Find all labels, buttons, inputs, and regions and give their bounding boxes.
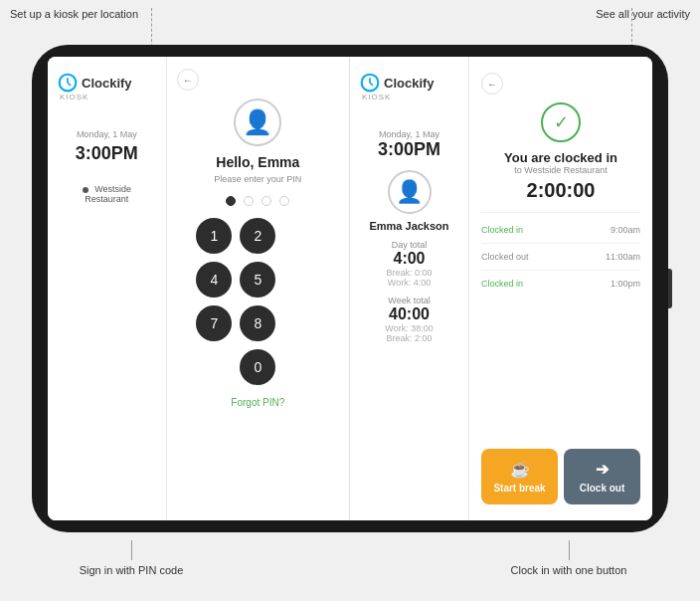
right-back-button[interactable]: ← — [481, 73, 503, 95]
profile-name: Emma Jackson — [369, 220, 448, 232]
clockin-screen: ← ✓ You are clocked in to Westside Resta… — [469, 57, 652, 520]
left-logo-text: Clockify — [82, 76, 132, 91]
annotation-top-right: See all your activity — [596, 8, 690, 20]
numpad-empty-end — [283, 349, 319, 385]
numpad-empty-top — [283, 218, 319, 254]
pin-dots — [226, 196, 289, 206]
pin-dot-1 — [226, 196, 236, 206]
time-entry-2-value: 11:00am — [606, 252, 640, 262]
numpad-8[interactable]: 8 — [240, 305, 275, 341]
break-detail: Break: 0:00 — [386, 268, 432, 278]
time-entry-3-label: Clocked in — [481, 279, 523, 289]
numpad-0[interactable]: 0 — [240, 349, 275, 385]
action-buttons: ☕ Start break ➔ Clock out — [481, 449, 640, 504]
pin-dot-4 — [279, 196, 289, 206]
left-date: Monday, 1 May — [77, 129, 137, 139]
clocked-in-sub: to Westside Restaurant — [481, 165, 640, 175]
week-total-value: 40:00 — [389, 305, 430, 323]
day-total-value: 4:00 — [393, 250, 425, 268]
location-dot — [83, 187, 88, 193]
right-device: Clockify KIOSK Monday, 1 May 3:00PM 👤 Em… — [350, 57, 652, 520]
bottom-line-right — [569, 540, 570, 560]
time-log: Clocked in 9:00am Clocked out 11:00am Cl… — [481, 212, 640, 439]
tablet-side-button — [668, 269, 672, 308]
clocked-in-text: You are clocked in — [481, 150, 640, 165]
pin-dot-3 — [262, 196, 271, 206]
week-total-label: Week total — [388, 296, 430, 305]
avatar-icon: 👤 — [243, 108, 272, 136]
left-logo: Clockify KIOSK — [58, 73, 156, 101]
time-entry-2: Clocked out 11:00am — [481, 248, 640, 266]
time-entry-2-label: Clocked out — [481, 252, 529, 262]
time-entry-3: Clocked in 1:00pm — [481, 275, 640, 293]
numpad-empty-mid — [283, 262, 319, 298]
week-work-detail: Work: 38:00 — [385, 323, 433, 333]
left-kiosk-badge: KIOSK — [60, 93, 88, 101]
numpad-empty-bot — [283, 305, 319, 341]
annotation-bottom-left: Sign in with PIN code — [32, 564, 231, 576]
right-time: 3:00PM — [378, 139, 440, 160]
profile-screen: Clockify KIOSK Monday, 1 May 3:00PM 👤 Em… — [350, 57, 469, 520]
tablet-device: Clockify KIOSK Monday, 1 May 3:00PM West… — [32, 45, 668, 532]
day-total-label: Day total — [392, 240, 428, 250]
clockout-icon: ➔ — [596, 460, 609, 479]
break-label: Start break — [493, 483, 545, 494]
time-entry-1-label: Clocked in — [481, 225, 523, 235]
annotation-top-left: Set up a kiosk per location — [10, 8, 138, 20]
numpad-5[interactable]: 5 — [240, 262, 275, 298]
numpad-1[interactable]: 1 — [196, 218, 232, 254]
right-date: Monday, 1 May — [379, 129, 439, 139]
numpad-4[interactable]: 4 — [196, 262, 232, 298]
numpad-7[interactable]: 7 — [196, 305, 232, 341]
annotation-bottom-right: Clock in with one button — [469, 564, 668, 576]
status-check-icon: ✓ — [541, 102, 581, 142]
left-back-button[interactable]: ← — [177, 69, 199, 91]
left-time: 3:00PM — [76, 143, 138, 164]
right-kiosk-badge: KIOSK — [362, 93, 391, 101]
time-entry-3-value: 1:00pm — [611, 279, 640, 289]
clock-out-button[interactable]: ➔ Clock out — [564, 449, 640, 504]
numpad: 1 2 4 5 7 8 0 — [196, 218, 319, 385]
profile-avatar: 👤 — [388, 170, 432, 214]
tablet-screen: Clockify KIOSK Monday, 1 May 3:00PM West… — [48, 57, 652, 520]
right-logo-text: Clockify — [384, 76, 435, 91]
kiosk-main-screen: Clockify KIOSK Monday, 1 May 3:00PM West… — [48, 57, 167, 520]
pin-dot-2 — [244, 196, 254, 206]
week-break-detail: Break: 2:00 — [386, 333, 432, 343]
bottom-line-left — [131, 540, 132, 560]
time-entry-1-value: 9:00am — [611, 225, 640, 235]
start-break-button[interactable]: ☕ Start break — [481, 449, 558, 504]
page-container: Set up a kiosk per location See all your… — [0, 0, 700, 601]
work-detail: Work: 4:00 — [388, 278, 431, 288]
left-avatar: 👤 — [234, 99, 281, 146]
clockify-logo-icon — [58, 73, 78, 93]
left-device: Clockify KIOSK Monday, 1 May 3:00PM West… — [48, 57, 350, 520]
clockout-label: Clock out — [580, 483, 625, 494]
numpad-spacer — [196, 349, 232, 385]
forgot-pin-link[interactable]: Forgot PIN? — [231, 397, 284, 408]
pin-entry-screen: ← 👤 Hello, Emma Please enter your PIN — [167, 57, 349, 520]
numpad-2[interactable]: 2 — [240, 218, 275, 254]
right-logo: Clockify KIOSK — [360, 73, 458, 101]
timer-display: 2:00:00 — [481, 179, 640, 202]
left-location: WestsideRestaurant — [83, 184, 131, 204]
pin-prompt: Please enter your PIN — [214, 174, 301, 184]
divider-1 — [481, 243, 640, 244]
time-entry-1: Clocked in 9:00am — [481, 221, 640, 239]
divider-2 — [481, 270, 640, 271]
break-icon: ☕ — [510, 460, 530, 479]
hello-text: Hello, Emma — [216, 154, 299, 170]
right-clockify-logo-icon — [360, 73, 380, 93]
profile-avatar-icon: 👤 — [396, 179, 423, 205]
